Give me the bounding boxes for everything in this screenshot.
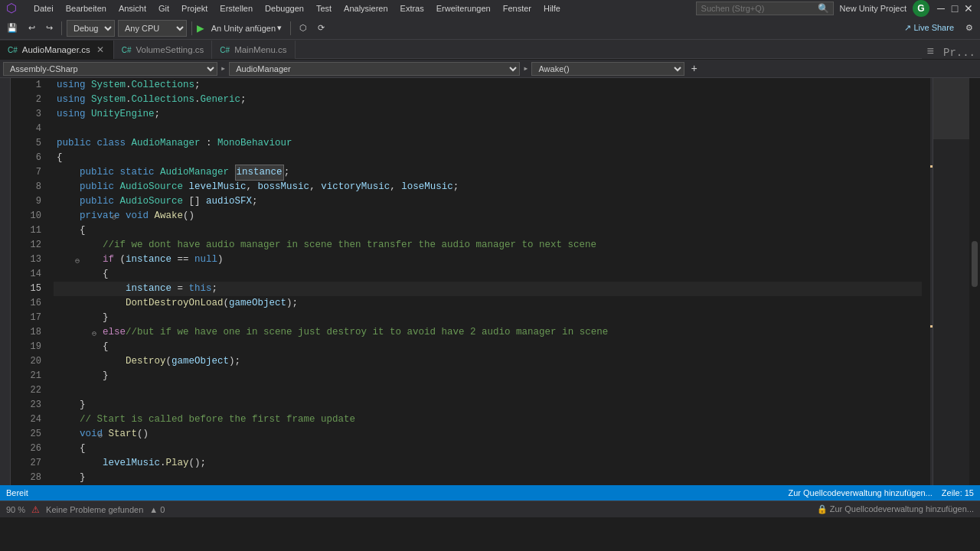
menu-erstellen[interactable]: Erstellen (215, 2, 257, 15)
code-line-19: { (54, 340, 922, 354)
save-button[interactable]: 💾 (3, 20, 21, 37)
line-num-14: 14 (20, 267, 47, 282)
menu-test[interactable]: Test (312, 2, 336, 15)
redo-button[interactable]: ↪ (42, 20, 57, 37)
vertical-scrollbar[interactable] (969, 78, 980, 485)
platform-select[interactable]: Any CPU (118, 20, 187, 37)
line-num-9: 9 (20, 194, 47, 209)
toolbar-separator-3 (290, 21, 291, 35)
line-col-label: Zeile: 15 (942, 488, 974, 497)
undo-button[interactable]: ↩ (24, 20, 39, 37)
line-num-3: 3 (20, 107, 47, 122)
line-num-27: 27 (20, 456, 47, 471)
breakpoint-button[interactable]: ⬡ (296, 20, 311, 37)
code-line-13: if (instance == null) ⊖ (54, 253, 922, 267)
code-line-6: { (54, 151, 922, 165)
line-num-26: 26 (20, 442, 47, 456)
gutter-line-26 (11, 442, 20, 456)
code-line-10: private void Awake() ⊖ (54, 209, 922, 223)
tab-list-icon[interactable]: ≡ (922, 45, 939, 59)
menu-erweiterungen[interactable]: Erweiterungen (432, 2, 495, 15)
scrollbar-thumb[interactable] (972, 241, 978, 287)
gutter-line-15 (11, 282, 20, 296)
step-over-button[interactable]: ⟳ (314, 20, 328, 37)
tab-file-icon-3: C# (220, 46, 230, 54)
vs-logo-icon: ⬡ (6, 1, 17, 16)
line-num-28: 28 (20, 471, 47, 485)
class-dropdown[interactable]: AudioManager (229, 62, 520, 76)
menu-projekt[interactable]: Projekt (177, 2, 212, 15)
code-editor[interactable]: using System.Collections; using System.C… (54, 78, 922, 485)
code-line-27: levelMusic.Play(); (54, 456, 922, 471)
gutter-line-27 (11, 456, 20, 471)
code-line-23: } (54, 398, 922, 412)
live-share-button[interactable]: ↗ Live Share (900, 23, 959, 33)
title-bar: ⬡ Datei Bearbeiten Ansicht Git Projekt E… (0, 0, 980, 17)
search-icon: 🔍 (818, 3, 829, 15)
line-num-1: 1 (20, 78, 47, 93)
line-num-25: 25 (20, 427, 47, 442)
menu-debuggen[interactable]: Debuggen (260, 2, 309, 15)
gutter-line-4 (11, 122, 20, 136)
search-container: 🔍 (696, 2, 834, 15)
tab-file-icon: C# (8, 46, 18, 54)
code-line-7: public static AudioManager instance; (54, 165, 922, 180)
menu-extras[interactable]: Extras (396, 2, 429, 15)
code-line-2: using System.Collections.Generic; (54, 93, 922, 107)
tab-close-icon[interactable]: ✕ (95, 44, 106, 56)
line-num-17: 17 (20, 311, 47, 325)
gutter-line-20 (11, 354, 20, 369)
title-bar-right: 🔍 New Unity Project G ─ □ ✕ (696, 0, 974, 17)
line-num-12: 12 (20, 238, 47, 253)
code-line-3: using UnityEngine; (54, 107, 922, 122)
attach-button[interactable]: An Unity anfügen ▾ (207, 20, 286, 37)
namespace-dropdown[interactable]: Assembly-CSharp (3, 62, 217, 76)
status-bar: Bereit Zur Quellcodeverwaltung hinzufüge… (0, 485, 980, 500)
menu-fenster[interactable]: Fenster (498, 2, 536, 15)
menu-git[interactable]: Git (154, 2, 174, 15)
gutter-line-5 (11, 136, 20, 151)
gutter-line-9 (11, 194, 20, 209)
editor-area: 1 2 3 4 5 6 7 8 9 10 11 12 13 14 15 16 1… (0, 78, 980, 485)
settings-button[interactable]: ⚙ (962, 20, 977, 37)
close-button[interactable]: ✕ (963, 3, 974, 14)
minimize-button[interactable]: ─ (936, 3, 946, 14)
gutter-line-25 (11, 427, 20, 442)
menu-hilfe[interactable]: Hilfe (539, 2, 565, 15)
live-share-icon: ↗ (904, 23, 911, 32)
source-control-label[interactable]: Zur Quellcodeverwaltung hinzufügen... (788, 488, 932, 497)
code-line-26: { (54, 442, 922, 456)
line-num-6: 6 (20, 151, 47, 165)
build-config-select[interactable]: Debug (67, 20, 115, 37)
menu-datei[interactable]: Datei (29, 2, 58, 15)
add-file-icon[interactable]: + (688, 63, 700, 75)
gutter-line-28 (11, 471, 20, 485)
method-dropdown[interactable]: Awake() (531, 62, 684, 76)
code-line-15: instance = this; (54, 282, 922, 296)
tab-mainmenu[interactable]: C# MainMenu.cs (212, 41, 295, 59)
line-num-15: 15 (20, 282, 47, 296)
code-line-22 (54, 383, 922, 398)
gutter-line-2 (11, 93, 20, 107)
gutter-line-17 (11, 311, 20, 325)
gutter-line-21 (11, 369, 20, 383)
tab-empty-space (296, 58, 923, 59)
tab-audiomanager[interactable]: C# AudioManager.cs ✕ (0, 41, 114, 59)
menu-ansicht[interactable]: Ansicht (114, 2, 151, 15)
search-input[interactable] (696, 2, 834, 15)
tab-label-3: MainMenu.cs (234, 45, 286, 54)
window-controls: ─ □ ✕ (936, 3, 974, 14)
profile-avatar[interactable]: G (913, 0, 929, 17)
line-num-7: 7 (20, 165, 47, 180)
tab-volumesetting[interactable]: C# VolumeSetting.cs (114, 41, 213, 59)
line-num-8: 8 (20, 180, 47, 194)
toolbar-separator-2 (191, 21, 192, 35)
line-num-2: 2 (20, 93, 47, 107)
maximize-button[interactable]: □ (949, 3, 960, 14)
line-num-20: 20 (20, 354, 47, 369)
code-line-5: public class AudioManager : MonoBehaviou… (54, 136, 922, 151)
menu-bearbeiten[interactable]: Bearbeiten (61, 2, 111, 15)
code-line-28: } (54, 471, 922, 485)
gutter-line-8 (11, 180, 20, 194)
menu-analysieren[interactable]: Analysieren (339, 2, 392, 15)
